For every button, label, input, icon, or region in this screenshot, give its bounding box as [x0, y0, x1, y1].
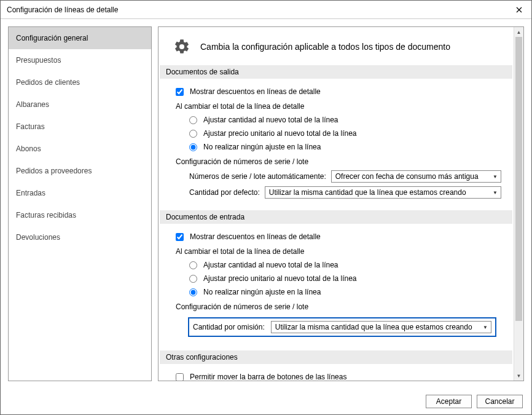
in-no-adjust-radio[interactable] [189, 288, 197, 296]
other-move-toolbar-checkbox[interactable] [176, 373, 184, 381]
sidebar-item-presupuestos[interactable]: Presupuestos [9, 49, 151, 71]
in-on-change-label: Al cambiar el total de la línea de detal… [176, 245, 501, 258]
in-default-qty-label: Cantidad por omisión: [193, 323, 265, 331]
dialog-window: Configuración de líneas de detalle Confi… [0, 0, 532, 415]
checkbox-label: Mostrar descuentos en líneas de detalle [190, 231, 321, 242]
window-title: Configuración de líneas de detalle [7, 6, 118, 14]
ok-button[interactable]: Aceptar [426, 395, 472, 408]
out-default-qty-dropdown[interactable]: Utilizar la misma cantidad que la línea … [265, 186, 501, 199]
sidebar-item-devoluciones[interactable]: Devoluciones [9, 226, 151, 248]
out-adjust-price[interactable]: Ajustar precio unitario al nuevo total d… [176, 127, 501, 140]
scroll-down-icon[interactable]: ▼ [514, 371, 523, 381]
out-serial-auto-label: Números de serie / lote automáticamente: [189, 172, 326, 181]
in-adjust-price[interactable]: Ajustar precio unitario al nuevo total d… [176, 272, 501, 285]
gear-icon [173, 38, 190, 55]
radio-label: Ajustar cantidad al nuevo total de la lí… [203, 259, 338, 271]
dialog-footer: Aceptar Cancelar [1, 389, 531, 414]
scroll-thumb[interactable] [515, 37, 522, 321]
sidebar: Configuración general Presupuestos Pedid… [8, 26, 152, 381]
other-move-toolbar[interactable]: Permitir mover la barra de botones de la… [176, 370, 501, 381]
sidebar-item-label: Entradas [16, 189, 45, 197]
cancel-button[interactable]: Cancelar [477, 395, 523, 408]
scroll-up-icon[interactable]: ▲ [514, 27, 523, 37]
sidebar-item-pedidos-clientes[interactable]: Pedidos de clientes [9, 71, 151, 93]
sidebar-item-facturas[interactable]: Facturas [9, 116, 151, 138]
sidebar-item-albaranes[interactable]: Albaranes [9, 93, 151, 116]
section-header-out: Documentos de salida [160, 65, 512, 79]
in-default-qty-row: Cantidad por omisión: Utilizar la misma … [188, 317, 496, 337]
content-scroll: Cambia la configuración aplicable a todo… [158, 27, 514, 381]
sidebar-item-label: Devoluciones [16, 233, 60, 242]
sidebar-item-label: Abonos [16, 144, 41, 153]
out-no-adjust[interactable]: No realizar ningún ajuste en la línea [176, 140, 501, 154]
sidebar-item-label: Pedidos de clientes [16, 78, 80, 87]
checkbox-label: Permitir mover la barra de botones de la… [190, 371, 346, 381]
out-serial-auto-row: Números de serie / lote automáticamente:… [176, 168, 501, 184]
dialog-body: Configuración general Presupuestos Pedid… [1, 19, 531, 389]
sidebar-item-general[interactable]: Configuración general [9, 27, 151, 49]
radio-label: Ajustar precio unitario al nuevo total d… [203, 273, 357, 284]
out-adjust-price-radio[interactable] [189, 130, 197, 138]
in-default-qty-dropdown[interactable]: Utilizar la misma cantidad que la línea … [271, 321, 491, 333]
sidebar-item-label: Pedidos a proveedores [16, 167, 92, 175]
out-serial-config-label: Configuración de números de serie / lote [176, 155, 501, 168]
sidebar-item-abonos[interactable]: Abonos [9, 138, 151, 160]
sidebar-item-label: Configuración general [16, 34, 88, 42]
sidebar-item-label: Facturas recibidas [16, 211, 76, 219]
out-no-adjust-radio[interactable] [189, 143, 197, 151]
dropdown-value: Utilizar la misma cantidad que la línea … [269, 188, 466, 197]
scroll-track[interactable] [514, 37, 523, 371]
out-show-discounts-checkbox[interactable] [176, 88, 184, 96]
out-show-discounts[interactable]: Mostrar descuentos en líneas de detalle [176, 85, 501, 98]
scrollbar[interactable]: ▲ ▼ [514, 27, 523, 381]
sidebar-item-label: Presupuestos [16, 56, 61, 65]
section-body-in: Mostrar descuentos en líneas de detalle … [158, 229, 514, 347]
page-title: Cambia la configuración aplicable a todo… [200, 42, 450, 52]
in-no-adjust[interactable]: No realizar ningún ajuste en la línea [176, 285, 501, 299]
out-adjust-qty[interactable]: Ajustar cantidad al nuevo total de la lí… [176, 113, 501, 127]
page-header: Cambia la configuración aplicable a todo… [158, 27, 514, 61]
radio-label: Ajustar precio unitario al nuevo total d… [203, 128, 357, 139]
section-header-in: Documentos de entrada [160, 210, 512, 224]
titlebar: Configuración de líneas de detalle [1, 1, 531, 19]
sidebar-item-label: Albaranes [16, 100, 49, 109]
section-header-other: Otras configuraciones [160, 350, 512, 364]
chevron-down-icon: ▼ [491, 190, 499, 196]
chevron-down-icon: ▼ [491, 174, 499, 180]
out-on-change-label: Al cambiar el total de la línea de detal… [176, 100, 501, 113]
sidebar-item-label: Facturas [16, 122, 45, 131]
radio-label: No realizar ningún ajuste en la línea [203, 141, 321, 152]
radio-label: Ajustar cantidad al nuevo total de la lí… [203, 114, 338, 125]
section-body-out: Mostrar descuentos en líneas de detalle … [158, 84, 514, 207]
out-default-qty-label: Cantidad por defecto: [189, 188, 260, 197]
dropdown-value: Utilizar la misma cantidad que la línea … [275, 323, 472, 331]
sidebar-item-facturas-recibidas[interactable]: Facturas recibidas [9, 204, 151, 226]
in-adjust-qty-radio[interactable] [189, 261, 197, 269]
out-adjust-qty-radio[interactable] [189, 116, 197, 124]
content-panel: Cambia la configuración aplicable a todo… [158, 26, 524, 381]
dropdown-value: Ofrecer con fecha de consumo más antigua [335, 172, 479, 181]
out-default-qty-row: Cantidad por defecto: Utilizar la misma … [176, 184, 501, 200]
section-body-other: Permitir mover la barra de botones de la… [158, 369, 514, 381]
chevron-down-icon: ▼ [481, 325, 490, 330]
out-serial-auto-dropdown[interactable]: Ofrecer con fecha de consumo más antigua… [331, 170, 501, 183]
sidebar-item-entradas[interactable]: Entradas [9, 182, 151, 204]
checkbox-label: Mostrar descuentos en líneas de detalle [190, 86, 321, 97]
in-show-discounts[interactable]: Mostrar descuentos en líneas de detalle [176, 230, 501, 243]
in-adjust-price-radio[interactable] [189, 275, 197, 283]
sidebar-item-pedidos-proveedores[interactable]: Pedidos a proveedores [9, 160, 151, 182]
close-icon[interactable] [507, 1, 531, 19]
radio-label: No realizar ningún ajuste en la línea [203, 287, 321, 298]
in-show-discounts-checkbox[interactable] [176, 233, 184, 241]
in-serial-config-label: Configuración de números de serie / lote [176, 300, 501, 314]
in-adjust-qty[interactable]: Ajustar cantidad al nuevo total de la lí… [176, 258, 501, 272]
